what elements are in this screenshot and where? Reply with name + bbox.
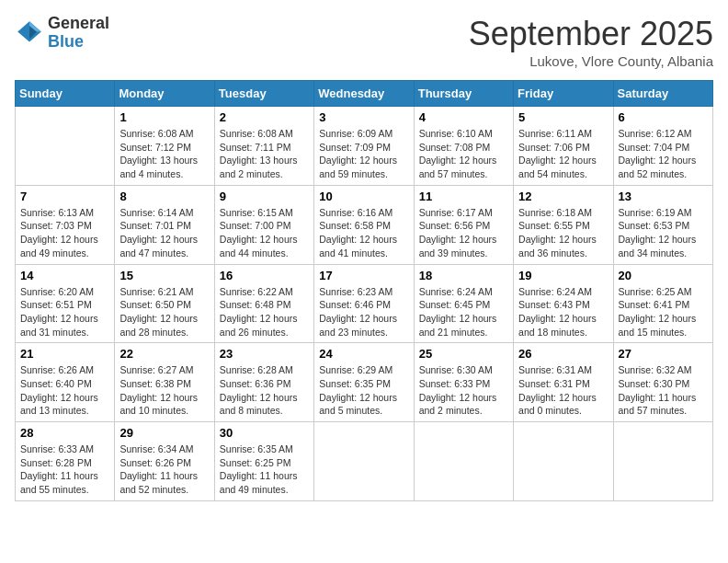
calendar-week-4: 21Sunrise: 6:26 AM Sunset: 6:40 PM Dayli… xyxy=(16,343,713,422)
day-number: 23 xyxy=(220,347,309,361)
calendar-cell xyxy=(414,422,513,501)
calendar-cell: 23Sunrise: 6:28 AM Sunset: 6:36 PM Dayli… xyxy=(214,343,313,422)
day-info: Sunrise: 6:19 AM Sunset: 6:53 PM Dayligh… xyxy=(619,206,708,260)
day-number: 14 xyxy=(20,269,109,282)
logo-icon xyxy=(15,18,44,48)
calendar-cell: 30Sunrise: 6:35 AM Sunset: 6:25 PM Dayli… xyxy=(214,422,313,501)
calendar-cell: 29Sunrise: 6:34 AM Sunset: 6:26 PM Dayli… xyxy=(115,422,214,501)
calendar-cell: 20Sunrise: 6:25 AM Sunset: 6:41 PM Dayli… xyxy=(613,264,712,343)
calendar-cell: 17Sunrise: 6:23 AM Sunset: 6:46 PM Dayli… xyxy=(314,264,414,343)
calendar-cell: 21Sunrise: 6:26 AM Sunset: 6:40 PM Dayli… xyxy=(16,343,115,422)
day-info: Sunrise: 6:31 AM Sunset: 6:31 PM Dayligh… xyxy=(518,363,608,418)
day-number: 21 xyxy=(20,347,109,361)
day-number: 26 xyxy=(518,347,608,361)
day-number: 16 xyxy=(220,269,309,282)
day-info: Sunrise: 6:09 AM Sunset: 7:09 PM Dayligh… xyxy=(319,127,408,181)
logo: General Blue xyxy=(15,15,109,52)
day-number: 17 xyxy=(319,269,408,282)
day-number: 25 xyxy=(419,347,508,361)
calendar-cell: 5Sunrise: 6:11 AM Sunset: 7:06 PM Daylig… xyxy=(514,107,613,186)
calendar-cell: 26Sunrise: 6:31 AM Sunset: 6:31 PM Dayli… xyxy=(514,343,613,422)
day-of-week-wednesday: Wednesday xyxy=(314,81,414,107)
calendar-cell: 22Sunrise: 6:27 AM Sunset: 6:38 PM Dayli… xyxy=(115,343,214,422)
day-info: Sunrise: 6:10 AM Sunset: 7:08 PM Dayligh… xyxy=(419,127,508,181)
day-number: 19 xyxy=(518,269,608,282)
calendar-cell: 16Sunrise: 6:22 AM Sunset: 6:48 PM Dayli… xyxy=(214,264,313,343)
day-info: Sunrise: 6:11 AM Sunset: 7:06 PM Dayligh… xyxy=(518,127,608,181)
day-info: Sunrise: 6:25 AM Sunset: 6:41 PM Dayligh… xyxy=(619,285,708,339)
day-info: Sunrise: 6:08 AM Sunset: 7:11 PM Dayligh… xyxy=(220,127,309,181)
calendar-cell: 9Sunrise: 6:15 AM Sunset: 7:00 PM Daylig… xyxy=(214,185,313,264)
day-info: Sunrise: 6:13 AM Sunset: 7:03 PM Dayligh… xyxy=(20,206,109,260)
day-info: Sunrise: 6:24 AM Sunset: 6:45 PM Dayligh… xyxy=(419,285,508,339)
day-info: Sunrise: 6:23 AM Sunset: 6:46 PM Dayligh… xyxy=(319,285,408,339)
calendar-cell: 8Sunrise: 6:14 AM Sunset: 7:01 PM Daylig… xyxy=(115,185,214,264)
day-of-week-sunday: Sunday xyxy=(16,81,115,107)
day-number: 9 xyxy=(220,190,309,203)
days-of-week-row: SundayMondayTuesdayWednesdayThursdayFrid… xyxy=(16,81,713,107)
day-number: 29 xyxy=(119,426,209,440)
day-number: 15 xyxy=(119,269,209,282)
day-of-week-monday: Monday xyxy=(115,81,214,107)
calendar-cell: 19Sunrise: 6:24 AM Sunset: 6:43 PM Dayli… xyxy=(514,264,613,343)
day-number: 28 xyxy=(20,426,109,440)
page-header: General Blue September 2025 Lukove, Vlor… xyxy=(15,15,713,69)
day-of-week-tuesday: Tuesday xyxy=(214,81,313,107)
day-info: Sunrise: 6:27 AM Sunset: 6:38 PM Dayligh… xyxy=(119,363,209,418)
calendar-cell: 12Sunrise: 6:18 AM Sunset: 6:55 PM Dayli… xyxy=(514,185,613,264)
day-info: Sunrise: 6:14 AM Sunset: 7:01 PM Dayligh… xyxy=(119,206,209,260)
calendar-cell: 2Sunrise: 6:08 AM Sunset: 7:11 PM Daylig… xyxy=(214,107,313,186)
calendar-cell: 24Sunrise: 6:29 AM Sunset: 6:35 PM Dayli… xyxy=(314,343,414,422)
calendar-cell: 15Sunrise: 6:21 AM Sunset: 6:50 PM Dayli… xyxy=(115,264,214,343)
day-info: Sunrise: 6:34 AM Sunset: 6:26 PM Dayligh… xyxy=(119,442,209,497)
calendar-cell: 1Sunrise: 6:08 AM Sunset: 7:12 PM Daylig… xyxy=(115,107,214,186)
day-info: Sunrise: 6:16 AM Sunset: 6:58 PM Dayligh… xyxy=(319,206,408,260)
day-number: 18 xyxy=(419,269,508,282)
calendar-cell xyxy=(613,422,712,501)
day-info: Sunrise: 6:24 AM Sunset: 6:43 PM Dayligh… xyxy=(518,285,608,339)
day-number: 6 xyxy=(619,110,708,124)
day-number: 10 xyxy=(319,190,408,203)
day-number: 1 xyxy=(119,110,209,124)
day-info: Sunrise: 6:28 AM Sunset: 6:36 PM Dayligh… xyxy=(220,363,309,418)
calendar-cell xyxy=(16,107,115,186)
calendar-cell: 11Sunrise: 6:17 AM Sunset: 6:56 PM Dayli… xyxy=(414,185,513,264)
day-number: 13 xyxy=(619,190,708,203)
calendar-cell: 18Sunrise: 6:24 AM Sunset: 6:45 PM Dayli… xyxy=(414,264,513,343)
calendar-body: 1Sunrise: 6:08 AM Sunset: 7:12 PM Daylig… xyxy=(16,107,713,501)
day-number: 11 xyxy=(419,190,508,203)
calendar-cell: 3Sunrise: 6:09 AM Sunset: 7:09 PM Daylig… xyxy=(314,107,414,186)
day-of-week-saturday: Saturday xyxy=(613,81,712,107)
day-number: 22 xyxy=(119,347,209,361)
calendar-table: SundayMondayTuesdayWednesdayThursdayFrid… xyxy=(15,80,713,501)
calendar-cell: 6Sunrise: 6:12 AM Sunset: 7:04 PM Daylig… xyxy=(613,107,712,186)
calendar-week-1: 1Sunrise: 6:08 AM Sunset: 7:12 PM Daylig… xyxy=(16,107,713,186)
day-number: 8 xyxy=(119,190,209,203)
day-number: 5 xyxy=(518,110,608,124)
day-info: Sunrise: 6:18 AM Sunset: 6:55 PM Dayligh… xyxy=(518,206,608,260)
day-info: Sunrise: 6:32 AM Sunset: 6:30 PM Dayligh… xyxy=(619,363,708,418)
day-info: Sunrise: 6:26 AM Sunset: 6:40 PM Dayligh… xyxy=(20,363,109,418)
calendar-cell: 14Sunrise: 6:20 AM Sunset: 6:51 PM Dayli… xyxy=(16,264,115,343)
calendar-week-5: 28Sunrise: 6:33 AM Sunset: 6:28 PM Dayli… xyxy=(16,422,713,501)
day-number: 30 xyxy=(220,426,309,440)
day-info: Sunrise: 6:08 AM Sunset: 7:12 PM Dayligh… xyxy=(119,127,209,181)
day-info: Sunrise: 6:20 AM Sunset: 6:51 PM Dayligh… xyxy=(20,285,109,339)
calendar-cell xyxy=(314,422,414,501)
logo-text: General Blue xyxy=(48,15,109,52)
day-of-week-friday: Friday xyxy=(514,81,613,107)
calendar-cell: 27Sunrise: 6:32 AM Sunset: 6:30 PM Dayli… xyxy=(613,343,712,422)
calendar-cell: 28Sunrise: 6:33 AM Sunset: 6:28 PM Dayli… xyxy=(16,422,115,501)
day-info: Sunrise: 6:29 AM Sunset: 6:35 PM Dayligh… xyxy=(319,363,408,418)
day-info: Sunrise: 6:22 AM Sunset: 6:48 PM Dayligh… xyxy=(220,285,309,339)
day-info: Sunrise: 6:33 AM Sunset: 6:28 PM Dayligh… xyxy=(20,442,109,497)
month-title: September 2025 xyxy=(469,15,713,53)
day-number: 12 xyxy=(518,190,608,203)
day-number: 24 xyxy=(319,347,408,361)
calendar-cell: 25Sunrise: 6:30 AM Sunset: 6:33 PM Dayli… xyxy=(414,343,513,422)
title-block: September 2025 Lukove, Vlore County, Alb… xyxy=(469,15,713,69)
day-info: Sunrise: 6:30 AM Sunset: 6:33 PM Dayligh… xyxy=(419,363,508,418)
day-number: 20 xyxy=(619,269,708,282)
calendar-cell: 7Sunrise: 6:13 AM Sunset: 7:03 PM Daylig… xyxy=(16,185,115,264)
calendar-header: SundayMondayTuesdayWednesdayThursdayFrid… xyxy=(16,81,713,107)
